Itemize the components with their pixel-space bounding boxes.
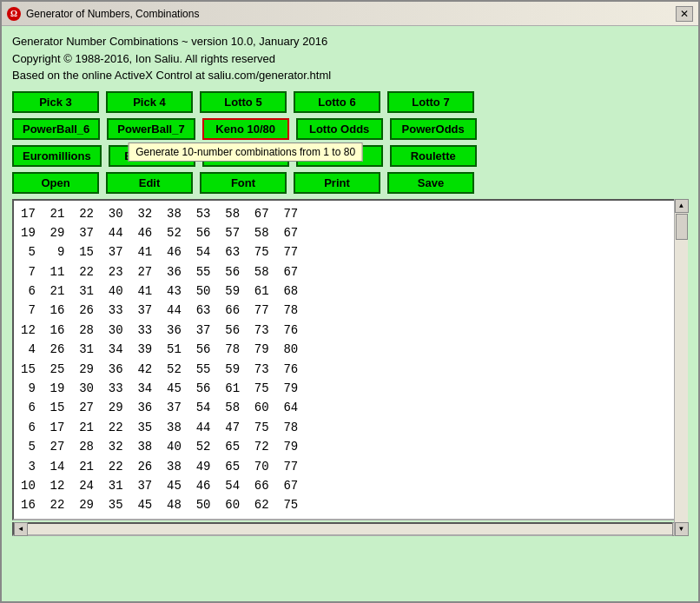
euroodds-button[interactable]: EuroOdds: [109, 145, 195, 167]
lotto5-button[interactable]: Lotto 5: [200, 91, 287, 113]
open-button[interactable]: Open: [12, 172, 99, 194]
lotto6-button[interactable]: Lotto 6: [294, 91, 380, 113]
title-bar: Ω Generator of Numbers, Combinations ✕: [2, 2, 698, 26]
header-line1: Generator Number Combinations ~ version …: [12, 33, 688, 50]
lotto7-button[interactable]: Lotto 7: [387, 91, 474, 113]
scroll-left-arrow[interactable]: ◄: [14, 522, 28, 536]
title-bar-left: Ω Generator of Numbers, Combinations: [7, 7, 199, 21]
save-button[interactable]: Save: [387, 172, 474, 194]
pick3-button[interactable]: Pick 3: [12, 91, 99, 113]
scroll-thumb-vertical[interactable]: [676, 214, 688, 240]
scroll-track-vertical: [675, 213, 688, 522]
powerodds-button[interactable]: PowerOdds: [390, 118, 477, 140]
vertical-scrollbar[interactable]: ▲ ▼: [674, 199, 688, 536]
main-content: Generator Number Combinations ~ version …: [2, 26, 698, 540]
uspat-button[interactable]: U.S. Pat.: [202, 145, 289, 167]
scroll-down-arrow[interactable]: ▼: [675, 522, 689, 536]
omega-icon: Ω: [7, 7, 21, 21]
header-line3: Based on the online ActiveX Control at s…: [12, 67, 688, 84]
euromillions-button[interactable]: Euromillions: [12, 145, 102, 167]
data-section: 17 21 22 30 32 38 53 58 67 77 19 29 37 4…: [12, 199, 688, 536]
horses-button[interactable]: Horses: [296, 145, 383, 167]
data-wrapper: 17 21 22 30 32 38 53 58 67 77 19 29 37 4…: [12, 199, 688, 520]
close-button[interactable]: ✕: [676, 6, 693, 22]
data-area[interactable]: 17 21 22 30 32 38 53 58 67 77 19 29 37 4…: [14, 201, 672, 519]
print-button[interactable]: Print: [294, 172, 380, 194]
button-row-4: Open Edit Font Print Save: [12, 172, 688, 194]
keno-button[interactable]: Keno 10/80: [202, 118, 289, 140]
powerball6-button[interactable]: PowerBall_6: [12, 118, 100, 140]
button-row-1: Pick 3 Pick 4 Lotto 5 Lotto 6 Lotto 7: [12, 91, 688, 113]
header-info: Generator Number Combinations ~ version …: [12, 33, 688, 84]
font-button[interactable]: Font: [200, 172, 287, 194]
header-line2: Copyright © 1988-2016, Ion Saliu. All ri…: [12, 50, 688, 68]
edit-button[interactable]: Edit: [106, 172, 193, 194]
button-row-3: Euromillions EuroOdds U.S. Pat. Horses R…: [12, 145, 688, 167]
scroll-track-horizontal: [28, 524, 672, 534]
pick4-button[interactable]: Pick 4: [106, 91, 193, 113]
title-text: Generator of Numbers, Combinations: [26, 8, 199, 20]
keno-container: Keno 10/80 Generate 10-number combinatio…: [202, 118, 289, 140]
scroll-up-arrow[interactable]: ▲: [675, 199, 689, 213]
lotto-odds-button[interactable]: Lotto Odds: [296, 118, 383, 140]
horizontal-scrollbar: ◄ ►: [12, 522, 688, 536]
roulette-button[interactable]: Roulette: [390, 145, 477, 167]
button-row-2: PowerBall_6 PowerBall_7 Keno 10/80 Gener…: [12, 118, 688, 140]
powerball7-button[interactable]: PowerBall_7: [107, 118, 195, 140]
